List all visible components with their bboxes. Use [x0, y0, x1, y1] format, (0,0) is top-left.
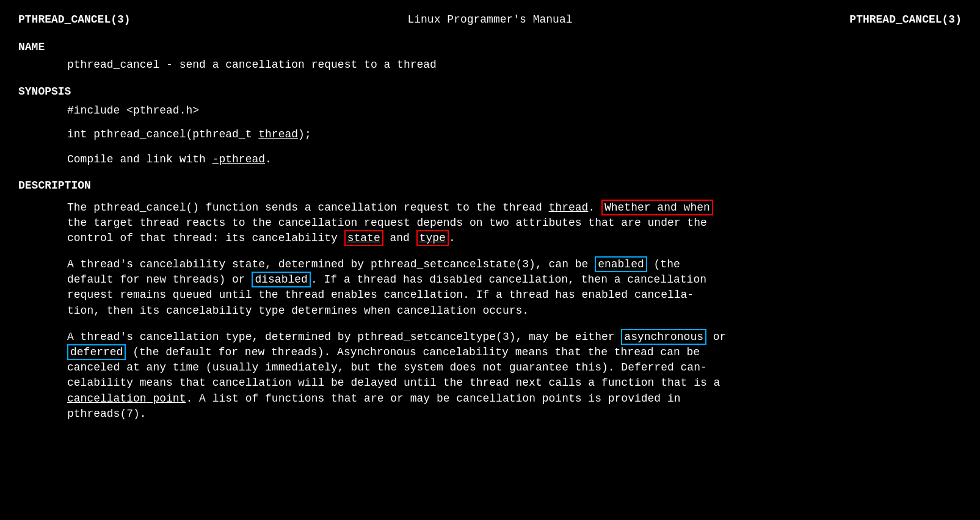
description-section: DESCRIPTION The pthread_cancel() functio… [18, 178, 962, 422]
type-highlight: type [416, 230, 449, 246]
desc-para3-or: or [706, 331, 726, 343]
name-text: pthread_cancel - send a cancellation req… [67, 57, 962, 73]
asynchronous-highlight: asynchronous [621, 329, 706, 345]
synopsis-section: SYNOPSIS #include <pthread.h> int pthrea… [18, 84, 962, 168]
synopsis-label: SYNOPSIS [18, 84, 962, 99]
whether-and-when-highlight: Whether and when [601, 200, 713, 215]
page-header: PTHREAD_CANCEL(3) Linux Programmer's Man… [18, 12, 962, 27]
desc-para1-start: The pthread_cancel() function sends a ca… [67, 201, 549, 214]
header-right: PTHREAD_CANCEL(3) [849, 12, 962, 27]
desc-para3-line6: pthreads(7). [67, 408, 147, 420]
name-label: NAME [18, 40, 962, 55]
desc-para3-line5: . A list of functions that are or may be… [186, 392, 680, 405]
desc-para2-line4: tion, then its cancelability type determ… [67, 305, 529, 317]
point-underline: point [147, 392, 186, 405]
header-left: PTHREAD_CANCEL(3) [18, 12, 131, 27]
compile-text: Compile and link with [67, 153, 212, 165]
compile-end: . [265, 153, 272, 165]
header-center: Linux Programmer's Manual [407, 12, 572, 27]
desc-para1-cont: the target thread reacts to the cancella… [67, 217, 707, 229]
desc-para2: A thread's cancelability state, determin… [67, 257, 962, 319]
thread-ref: thread [549, 201, 589, 214]
desc-para1-cont2: control of that thread: its cancelabilit… [67, 232, 344, 244]
desc-para3-mid: (the default for new threads). Asynchron… [126, 346, 700, 358]
disabled-highlight: disabled [252, 272, 310, 287]
pthread-flag: -pthread [212, 153, 265, 165]
desc-para2-start: A thread's cancelability state, determin… [67, 258, 595, 270]
state-highlight: state [344, 230, 383, 246]
desc-para1: The pthread_cancel() function sends a ca… [67, 200, 962, 247]
desc-para2-line2end: . If a thread has disabled cancellation,… [311, 273, 706, 286]
synopsis-compile-line: Compile and link with -pthread. [67, 152, 962, 167]
desc-para2-mid: (the [647, 258, 680, 270]
desc-para3-line4: celability means that cancellation will … [67, 377, 720, 389]
cancellation-underline: cancellation [67, 392, 147, 405]
thread-underline: thread [258, 128, 298, 140]
desc-para2-line2: default for new threads) or [67, 273, 252, 286]
enabled-highlight: enabled [595, 256, 647, 272]
desc-para3-line3: canceled at any time (usually immediatel… [67, 361, 707, 374]
deferred-highlight: deferred [67, 344, 126, 360]
synopsis-include: #include <pthread.h> [67, 103, 962, 118]
desc-para2-line3: request remains queued until the thread … [67, 289, 694, 301]
desc-para3: A thread's cancellation type, determined… [67, 330, 962, 422]
name-section: NAME pthread_cancel - send a cancellatio… [18, 40, 962, 73]
synopsis-function: int pthread_cancel(pthread_t thread); [67, 127, 962, 142]
description-label: DESCRIPTION [18, 178, 962, 193]
period1: . [449, 232, 456, 244]
desc-para3-start: A thread's cancellation type, determined… [67, 331, 621, 343]
and-text: and [383, 232, 416, 244]
